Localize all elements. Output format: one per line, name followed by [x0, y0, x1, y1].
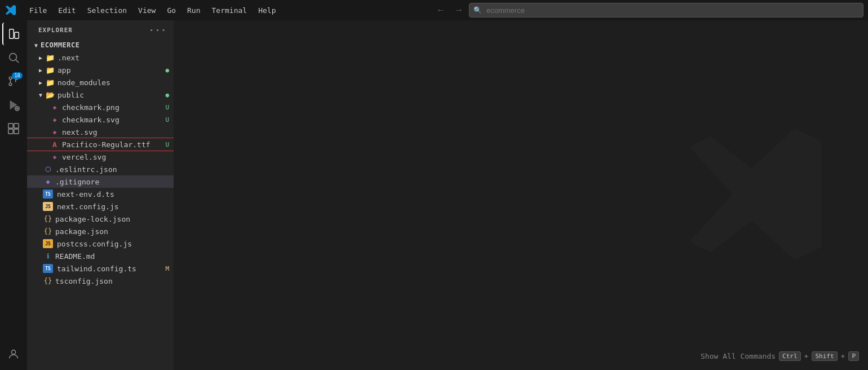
- tree-item-next-svg[interactable]: ◈ next.svg: [27, 126, 174, 138]
- folder-icon-node-modules: 📁: [45, 78, 55, 87]
- svg-line-3: [16, 60, 19, 63]
- menu-edit[interactable]: Edit: [52, 4, 81, 17]
- checkmark-svg-badge: U: [165, 116, 169, 124]
- command-search: 🔍: [469, 3, 863, 17]
- file-icon-gitignore: ◈: [43, 177, 53, 186]
- checkmark-png-badge: U: [165, 104, 169, 111]
- back-button[interactable]: ←: [433, 4, 449, 16]
- folder-icon-public: 📂: [45, 90, 55, 99]
- tree-item-next-folder[interactable]: ▶ 📁 .next: [27, 51, 174, 64]
- svg-point-5: [9, 77, 12, 80]
- arrow-public: ▼: [36, 92, 45, 98]
- file-icon-pacifico-ttf: A: [50, 140, 60, 149]
- tree-item-package-json[interactable]: {} package.json: [27, 225, 174, 237]
- item-label-next: .next: [57, 54, 169, 62]
- kbd-plus-2: +: [841, 352, 845, 360]
- item-label-readme: README.md: [55, 252, 169, 261]
- tree-item-node-modules[interactable]: ▶ 📁 node_modules: [27, 76, 174, 89]
- tree-item-app[interactable]: ▶ 📁 app ●: [27, 64, 174, 76]
- search-icon: 🔍: [473, 6, 482, 14]
- public-badge: ●: [165, 91, 169, 99]
- file-icon-tailwind: TS: [43, 264, 53, 273]
- svg-point-2: [10, 54, 17, 61]
- menu-help[interactable]: Help: [253, 4, 281, 17]
- file-icon-checkmark-svg: ◈: [50, 115, 60, 124]
- activity-search[interactable]: [2, 46, 25, 69]
- source-control-badge: 18: [12, 72, 23, 79]
- kbd-ctrl: Ctrl: [779, 351, 801, 361]
- app-badge: ●: [165, 67, 169, 74]
- file-icon-package-lock: {}: [43, 214, 53, 223]
- arrow-next: ▶: [36, 55, 45, 61]
- tree-item-checkmark-svg[interactable]: ◈ checkmark.svg U: [27, 113, 174, 126]
- sidebar-header: EXPLORER ···: [27, 20, 174, 39]
- show-commands-hint: Show All Commands Ctrl + Shift + P: [701, 351, 859, 361]
- kbd-shift: Shift: [812, 351, 837, 361]
- activity-explorer[interactable]: [2, 23, 25, 45]
- tree-item-next-config[interactable]: JS next.config.js: [27, 200, 174, 213]
- tree-item-public[interactable]: ▼ 📂 public ●: [27, 89, 174, 101]
- item-label-pacifico-ttf: Pacifico-Regular.ttf: [62, 140, 163, 149]
- item-label-node-modules: node_modules: [57, 78, 169, 87]
- item-label-checkmark-png: checkmark.png: [62, 103, 163, 112]
- arrow-node-modules: ▶: [36, 80, 45, 86]
- show-commands-label: Show All Commands: [701, 352, 776, 360]
- svg-point-4: [9, 83, 12, 86]
- activity-run-debug[interactable]: [2, 94, 25, 116]
- search-input[interactable]: [469, 3, 863, 17]
- svg-rect-0: [10, 29, 14, 39]
- activity-extensions[interactable]: [2, 117, 25, 140]
- tree-item-vercel-svg[interactable]: ◈ vercel.svg: [27, 151, 174, 163]
- kbd-plus-1: +: [804, 352, 809, 360]
- activity-source-control[interactable]: 18: [2, 70, 25, 92]
- menu-run[interactable]: Run: [181, 4, 206, 17]
- menu-terminal[interactable]: Terminal: [206, 4, 253, 17]
- menu-view[interactable]: View: [132, 4, 161, 17]
- svg-point-15: [11, 350, 15, 354]
- tree-item-eslintrc[interactable]: ⬡ .eslintrc.json: [27, 163, 174, 175]
- item-label-package-json: package.json: [55, 227, 169, 236]
- file-icon-package-json: {}: [43, 227, 53, 236]
- file-icon-readme: ℹ: [43, 252, 53, 261]
- activity-accounts[interactable]: [2, 343, 25, 365]
- file-icon-eslintrc: ⬡: [43, 165, 53, 174]
- tree-item-next-env-ts[interactable]: TS next-env.d.ts: [27, 188, 174, 200]
- item-label-postcss: postcss.config.js: [57, 240, 169, 248]
- file-icon-vercel-svg: ◈: [50, 152, 60, 161]
- item-label-vercel-svg: vercel.svg: [62, 153, 169, 161]
- tree-item-pacifico-ttf[interactable]: A Pacifico-Regular.ttf U: [27, 138, 174, 151]
- pacifico-badge: U: [165, 141, 169, 148]
- menu-bar: File Edit Selection View Go Run Terminal…: [24, 4, 426, 17]
- item-label-tsconfig: tsconfig.json: [55, 277, 169, 285]
- item-label-checkmark-svg: checkmark.svg: [62, 116, 163, 124]
- item-label-tailwind: tailwind.config.ts: [57, 265, 163, 273]
- activity-bar: 18: [0, 20, 27, 370]
- menu-file[interactable]: File: [24, 4, 52, 17]
- tree-item-tailwind[interactable]: TS tailwind.config.ts M: [27, 262, 174, 275]
- menu-selection[interactable]: Selection: [82, 4, 132, 17]
- tree-item-gitignore[interactable]: ◈ .gitignore: [27, 175, 174, 188]
- editor-area: Show All Commands Ctrl + Shift + P: [174, 20, 868, 370]
- item-label-next-svg: next.svg: [62, 128, 169, 136]
- tree-item-postcss[interactable]: JS postcss.config.js: [27, 237, 174, 250]
- tree-item-tsconfig[interactable]: {} tsconfig.json: [27, 275, 174, 287]
- title-bar: File Edit Selection View Go Run Terminal…: [0, 0, 868, 20]
- menu-go[interactable]: Go: [161, 4, 181, 17]
- arrow-ecommerce: ▼: [32, 42, 41, 49]
- sidebar-more-actions[interactable]: ···: [149, 25, 167, 36]
- tree-root-ecommerce[interactable]: ▼ ECOMMERCE: [27, 39, 174, 51]
- folder-icon-next: 📁: [45, 53, 55, 62]
- tree-item-checkmark-png[interactable]: ◈ checkmark.png U: [27, 101, 174, 113]
- item-label-gitignore: .gitignore: [55, 178, 169, 186]
- file-icon-tsconfig: {}: [43, 276, 53, 285]
- item-label-next-env-ts: next-env.d.ts: [57, 190, 169, 199]
- file-icon-next-svg: ◈: [50, 127, 60, 136]
- vscode-logo: [5, 4, 17, 16]
- vscode-watermark: [676, 116, 834, 275]
- item-label-eslintrc: .eslintrc.json: [55, 165, 169, 174]
- main-layout: 18: [0, 20, 868, 370]
- tree-item-readme[interactable]: ℹ README.md: [27, 250, 174, 262]
- explorer-title: EXPLORER: [38, 27, 73, 34]
- forward-button[interactable]: →: [451, 4, 467, 16]
- tree-item-package-lock[interactable]: {} package-lock.json: [27, 213, 174, 225]
